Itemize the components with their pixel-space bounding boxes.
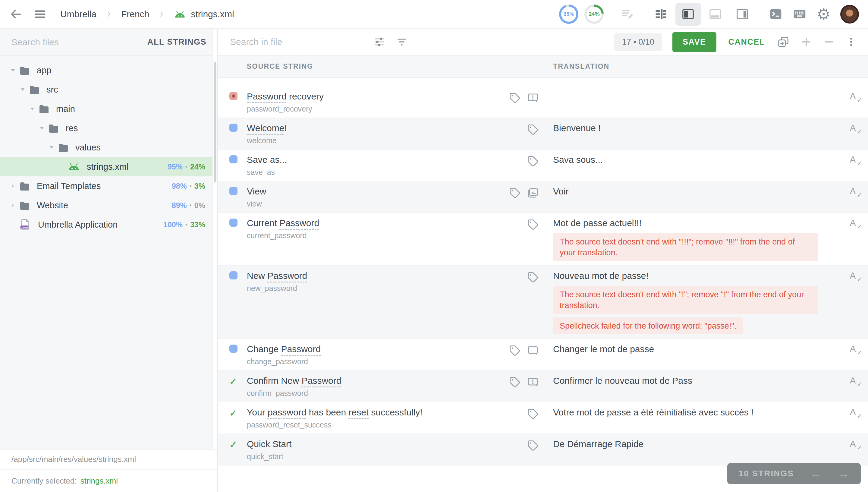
avatar[interactable] bbox=[840, 5, 859, 24]
table-row-current_password[interactable]: Current Password current_password Mot de… bbox=[218, 213, 868, 266]
tree-item-email-templates[interactable]: Email Templates98%•3% bbox=[0, 176, 217, 196]
translation-text[interactable]: Changer le mot de passe bbox=[553, 344, 839, 354]
menu-icon[interactable] bbox=[34, 8, 46, 21]
tree-item-src[interactable]: src bbox=[0, 80, 217, 99]
tree-item-umbrella-application[interactable]: JSONUmbrella Application100%•33% bbox=[0, 215, 217, 234]
screenshot-icon[interactable] bbox=[527, 187, 539, 199]
strings-count-label: 10 STRINGS bbox=[739, 469, 794, 478]
chevron-right-icon bbox=[105, 10, 113, 18]
comment-alert-icon[interactable] bbox=[527, 376, 539, 389]
translation-text[interactable]: De Démarrage Rapide bbox=[553, 439, 839, 449]
tag-icon[interactable] bbox=[527, 155, 539, 168]
comment-alert-icon[interactable] bbox=[527, 92, 539, 104]
tree-item-res[interactable]: res bbox=[0, 119, 217, 138]
currently-selected-file[interactable]: strings.xml bbox=[80, 476, 118, 486]
spellcheck-icon[interactable]: A✓ bbox=[850, 270, 858, 281]
table-row-change_password[interactable]: Change Password change_password Changer … bbox=[218, 339, 868, 370]
breadcrumb-project[interactable]: Umbrella bbox=[60, 9, 97, 19]
tree-item-app[interactable]: app bbox=[0, 60, 217, 80]
table-row-save_as[interactable]: Save as... save_as Sava sous... A✓ bbox=[218, 150, 868, 181]
tree-item-strings-xml[interactable]: strings.xml95%•24% bbox=[0, 157, 217, 176]
spellcheck-icon[interactable]: A✓ bbox=[850, 375, 858, 386]
tag-icon[interactable] bbox=[527, 271, 539, 284]
spellcheck-icon[interactable]: A✓ bbox=[850, 154, 858, 165]
translation-text[interactable]: Nouveau mot de passe! bbox=[553, 270, 839, 281]
all-strings-button[interactable]: ALL STRINGS bbox=[147, 38, 206, 47]
table-row-welcome[interactable]: Welcome! welcome Bienvenue ! A✓ bbox=[218, 118, 868, 150]
translation-text[interactable]: Confirmer le nouveau mot de Pass bbox=[553, 375, 839, 386]
tree-caret-icon[interactable] bbox=[48, 144, 55, 151]
translation-text[interactable]: Voir bbox=[553, 186, 839, 197]
table-row-password_recovery[interactable]: Password recovery password_recovery A✓ bbox=[218, 78, 868, 118]
translation-text[interactable]: Votre mot de passe a été réinitialisé av… bbox=[553, 407, 839, 418]
tree-caret-icon[interactable] bbox=[28, 105, 36, 112]
table-row-quick_start[interactable]: ✓ Quick Start quick_start De Démarrage R… bbox=[218, 434, 868, 465]
tag-icon[interactable] bbox=[527, 439, 539, 452]
spellcheck-icon[interactable]: A✓ bbox=[850, 91, 858, 101]
table-row-view[interactable]: View view Voir A✓ bbox=[218, 181, 868, 213]
translation-text[interactable]: Mot de passe actuel!!! bbox=[553, 218, 839, 228]
edit-list-icon[interactable] bbox=[620, 7, 634, 21]
breadcrumb-file[interactable]: strings.xml bbox=[174, 9, 234, 19]
tree-caret-icon[interactable] bbox=[9, 202, 17, 208]
kebab-menu-icon[interactable] bbox=[846, 35, 857, 48]
table-row-password_reset_success[interactable]: ✓ Your password has been reset successfu… bbox=[218, 402, 868, 434]
side-by-side-view-icon[interactable] bbox=[675, 3, 701, 26]
tag-icon[interactable] bbox=[508, 187, 521, 199]
tag-icon[interactable] bbox=[508, 376, 521, 389]
table-row-confirm_password[interactable]: ✓ Confirm New Password confirm_password … bbox=[218, 370, 868, 402]
plus-icon[interactable] bbox=[800, 35, 813, 48]
string-context-icons bbox=[502, 407, 553, 420]
spellcheck-icon[interactable]: A✓ bbox=[850, 344, 858, 354]
translation-text[interactable]: Sava sous... bbox=[553, 154, 839, 165]
filter-icon[interactable] bbox=[396, 36, 408, 48]
save-button[interactable]: SAVE bbox=[672, 32, 716, 52]
copy-source-icon[interactable] bbox=[777, 35, 790, 48]
keyboard-icon[interactable] bbox=[792, 7, 807, 21]
tag-icon[interactable] bbox=[527, 123, 539, 136]
search-settings-icon[interactable] bbox=[374, 36, 385, 48]
breadcrumb-language[interactable]: French bbox=[121, 9, 149, 19]
string-context-icons bbox=[502, 154, 553, 168]
spellcheck-icon[interactable]: A✓ bbox=[850, 439, 858, 449]
spellcheck-icon[interactable]: A✓ bbox=[850, 407, 858, 417]
translation-text[interactable] bbox=[553, 91, 839, 102]
tree-item-label: main bbox=[56, 104, 75, 114]
string-key: quick_start bbox=[247, 452, 502, 461]
cancel-button[interactable]: CANCEL bbox=[726, 37, 767, 47]
string-key: change_password bbox=[247, 357, 502, 366]
tree-item-main[interactable]: main bbox=[0, 99, 217, 119]
next-page-icon[interactable]: → bbox=[838, 468, 849, 479]
prev-page-icon[interactable]: ← bbox=[810, 468, 822, 479]
tree-item-label: res bbox=[66, 123, 78, 133]
minus-icon[interactable] bbox=[823, 35, 836, 48]
tree-caret-icon[interactable] bbox=[19, 86, 27, 93]
spellcheck-icon[interactable]: A✓ bbox=[850, 218, 858, 228]
search-in-file-input[interactable] bbox=[229, 36, 363, 47]
right-panel-view-icon[interactable] bbox=[730, 3, 755, 26]
back-button[interactable] bbox=[9, 7, 22, 21]
sidebar-scrollbar[interactable] bbox=[212, 29, 217, 449]
search-files-input[interactable] bbox=[11, 37, 142, 48]
tag-icon[interactable] bbox=[527, 408, 539, 420]
spellcheck-icon[interactable]: A✓ bbox=[850, 123, 858, 133]
console-icon[interactable] bbox=[769, 7, 783, 21]
tag-icon[interactable] bbox=[527, 218, 539, 231]
tree-item-values[interactable]: values bbox=[0, 138, 217, 157]
bottom-panel-view-icon[interactable] bbox=[703, 3, 728, 26]
tree-caret-icon[interactable] bbox=[38, 125, 46, 131]
comfortable-view-icon[interactable] bbox=[648, 3, 673, 26]
settings-gear-icon[interactable]: ⚙ bbox=[816, 6, 831, 22]
source-string-text: Welcome! bbox=[247, 123, 502, 133]
table-row-new_password[interactable]: New Password new_password Nouveau mot de… bbox=[218, 266, 868, 339]
spellcheck-icon[interactable]: A✓ bbox=[850, 186, 858, 196]
translated-status-icon bbox=[229, 345, 237, 353]
tree-caret-icon[interactable] bbox=[9, 183, 17, 189]
tree-item-website[interactable]: Website89%•0% bbox=[0, 196, 217, 215]
tag-icon[interactable] bbox=[508, 344, 521, 357]
tree-caret-icon[interactable] bbox=[9, 67, 17, 74]
scrollbar-thumb[interactable] bbox=[214, 62, 216, 182]
tag-icon[interactable] bbox=[508, 92, 521, 104]
translation-text[interactable]: Bienvenue ! bbox=[553, 123, 839, 133]
comment-icon[interactable] bbox=[527, 344, 539, 357]
